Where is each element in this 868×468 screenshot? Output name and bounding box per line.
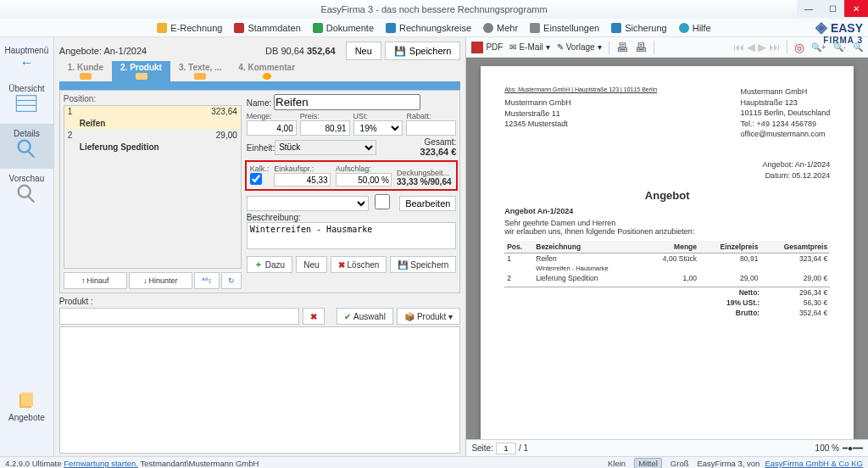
produkt-grid[interactable]: [59, 326, 461, 454]
aufschlag-input[interactable]: [336, 173, 392, 187]
invoice-subtitle: Angebot An-1/2024: [504, 207, 830, 215]
menu-dokumente[interactable]: Dokumente: [313, 23, 374, 33]
positions-list[interactable]: 1323,64 Reifen 229,00 Lieferung Speditio…: [64, 105, 242, 269]
minimize-button[interactable]: —: [797, 0, 821, 17]
position-row[interactable]: 229,00: [64, 130, 241, 142]
editor: Position: 1323,64 Reifen 229,00 Lieferun…: [59, 90, 461, 293]
invoice-title: Angebot: [504, 189, 830, 202]
beschreibung-label: Beschreibung:: [247, 213, 301, 222]
ust-select[interactable]: 19%: [353, 120, 403, 136]
zoom-slider[interactable]: ━●━━: [843, 443, 863, 453]
save-doc-button[interactable]: 💾Speichern: [385, 42, 461, 60]
box-icon: 📦: [404, 312, 415, 321]
preview-page: Mustermann GmbH Hauptstraße 123 10115 Be…: [481, 66, 854, 439]
preview-body[interactable]: Mustermann GmbH Hauptstraße 123 10115 Be…: [466, 58, 868, 439]
tab-texte[interactable]: 3. Texte, ...: [170, 61, 230, 81]
menu-hilfe[interactable]: Hilfe: [679, 23, 711, 33]
bearbeiten-button[interactable]: Bearbeiten: [399, 196, 456, 211]
position-row[interactable]: Reifen: [64, 118, 241, 130]
auswahl-button[interactable]: ✔Auswahl: [337, 308, 393, 325]
loeschen-button[interactable]: ✖Löschen: [331, 256, 387, 273]
close-button[interactable]: ✕: [844, 0, 868, 17]
menu-einstellungen[interactable]: Einstellungen: [530, 23, 599, 33]
window-controls: — ☐ ✕: [797, 0, 868, 17]
beschreibung-input[interactable]: Winterreifen - Hausmarke: [247, 222, 457, 249]
deckung-value: 33,33 %/90,64: [397, 177, 453, 187]
tabs: 1. Kunde 2. Produkt 3. Texte, ... 4. Kom…: [59, 61, 461, 90]
menu-erechnung[interactable]: E-Rechnung: [157, 23, 222, 33]
edit-icon: ✎: [557, 42, 564, 52]
einkauf-input[interactable]: [274, 173, 330, 187]
group-select[interactable]: [247, 196, 369, 211]
svg-rect-8: [21, 393, 33, 406]
svg-point-3: [19, 141, 31, 153]
menu-sicherung[interactable]: Sicherung: [611, 23, 667, 33]
nav-angebote[interactable]: Angebote: [0, 386, 53, 431]
preview-pane: PDF ✉E-Mail ▾ ✎Vorlage ▾ 🖶 🖶 ⏮ ◀ ▶ ⏭ ◎ 🔍…: [465, 37, 868, 456]
tb-vorlage[interactable]: ✎Vorlage ▾: [557, 42, 602, 52]
page-input[interactable]: [496, 443, 516, 454]
detail-form: Name: Menge: Preis: USt:19% Rabatt: Einh…: [247, 94, 457, 289]
brand-logo: ◈ EASYFIRMA 3: [815, 20, 863, 45]
vendor-link[interactable]: EasyFirma GmbH & Co KG: [765, 459, 863, 468]
refresh-button[interactable]: ↻: [221, 272, 242, 289]
menu-mehr[interactable]: Mehr: [483, 23, 518, 33]
target-icon[interactable]: ◎: [794, 41, 804, 54]
menge-input[interactable]: [247, 120, 297, 136]
preview-toolbar: PDF ✉E-Mail ▾ ✎Vorlage ▾ 🖶 🖶 ⏮ ◀ ▶ ⏭ ◎ 🔍…: [466, 37, 868, 58]
size-gross[interactable]: Groß: [667, 459, 693, 468]
tb-pdf[interactable]: PDF: [471, 42, 503, 53]
print-icon[interactable]: 🖶: [616, 41, 628, 54]
size-mittel[interactable]: Mittel: [634, 458, 662, 468]
next-page-icon[interactable]: ▶: [758, 41, 766, 53]
tb-email[interactable]: ✉E-Mail ▾: [509, 42, 549, 52]
move-down-button[interactable]: ↓ Hinunter: [129, 272, 192, 289]
preis-input[interactable]: [300, 120, 350, 136]
speichern-button[interactable]: 💾Speichern: [390, 256, 456, 273]
nav-hauptmenu[interactable]: Hauptmenü←: [0, 41, 53, 79]
invoice-table: Pos.BezeichnungMengeEinzelpreisGesamtpre…: [504, 241, 830, 283]
menu-rechnungskreise[interactable]: Rechnungskreise: [386, 23, 471, 33]
print2-icon[interactable]: 🖶: [635, 41, 647, 54]
einheit-select[interactable]: Stück: [275, 140, 376, 155]
position-row[interactable]: Lieferung Spedition: [64, 142, 241, 153]
dazu-button[interactable]: ＋Dazu: [247, 256, 292, 273]
first-page-icon[interactable]: ⏮: [733, 41, 744, 53]
fernwartung-link[interactable]: Fernwartung starten.: [64, 459, 138, 468]
last-page-icon[interactable]: ⏭: [769, 41, 780, 53]
kalk-checkbox[interactable]: [250, 173, 262, 185]
kalkulation-row: Kalk.: Einkaufspr.: Aufschlag: Deckungsb…: [245, 160, 459, 191]
tab-produkt[interactable]: 2. Produkt: [112, 61, 170, 81]
workspace: Angebote: An-1/2024 DB 90,64 352,64 Neu …: [54, 37, 466, 456]
produkt-clear-button[interactable]: ✖: [303, 308, 325, 325]
menu-stammdaten[interactable]: Stammdaten: [234, 23, 300, 33]
position-row[interactable]: 1323,64: [64, 106, 241, 118]
size-klein[interactable]: Klein: [604, 459, 629, 468]
left-nav: Hauptmenü← Übersicht Details Vorschau An…: [0, 37, 54, 456]
move-up-button[interactable]: ↑ Hinauf: [64, 272, 127, 289]
name-input[interactable]: [274, 94, 420, 110]
positions-panel: Position: 1323,64 Reifen 229,00 Lieferun…: [64, 94, 242, 289]
clear-icon: ✖: [310, 312, 317, 321]
delete-icon: ✖: [338, 260, 345, 270]
company-block: Mustermann GmbH Hauptstraße 123 10115 Be…: [741, 86, 831, 140]
tab-kommentar[interactable]: 4. Kommentar: [230, 61, 303, 81]
maximize-button[interactable]: ☐: [821, 0, 844, 17]
produkt-search-input[interactable]: [59, 308, 299, 325]
tab-kunde[interactable]: 1. Kunde: [59, 61, 112, 81]
nav-uebersicht[interactable]: Übersicht: [0, 79, 53, 124]
table-row: 2Lieferung Spedition1,0029,0029,00 €: [504, 273, 830, 283]
rabatt-input[interactable]: [406, 120, 456, 136]
nav-details[interactable]: Details: [0, 124, 53, 169]
aux-checkbox[interactable]: [372, 194, 392, 209]
new-doc-button[interactable]: Neu: [346, 42, 381, 60]
doc-meta: Angebot: An-1/2024 Datum: 05.12.2024: [763, 159, 831, 181]
preview-footer: Seite:/ 1 100 %━●━━: [466, 439, 868, 456]
menu-bar: E-Rechnung Stammdaten Dokumente Rechnung…: [0, 19, 868, 37]
nav-vorschau[interactable]: Vorschau: [0, 169, 53, 214]
prev-page-icon[interactable]: ◀: [747, 41, 755, 53]
neu-button[interactable]: Neu: [296, 256, 326, 273]
svg-line-4: [29, 152, 35, 158]
sort-button[interactable]: ᴬᴮ↕: [194, 272, 220, 289]
produkt-button[interactable]: 📦Produkt ▾: [397, 308, 460, 325]
